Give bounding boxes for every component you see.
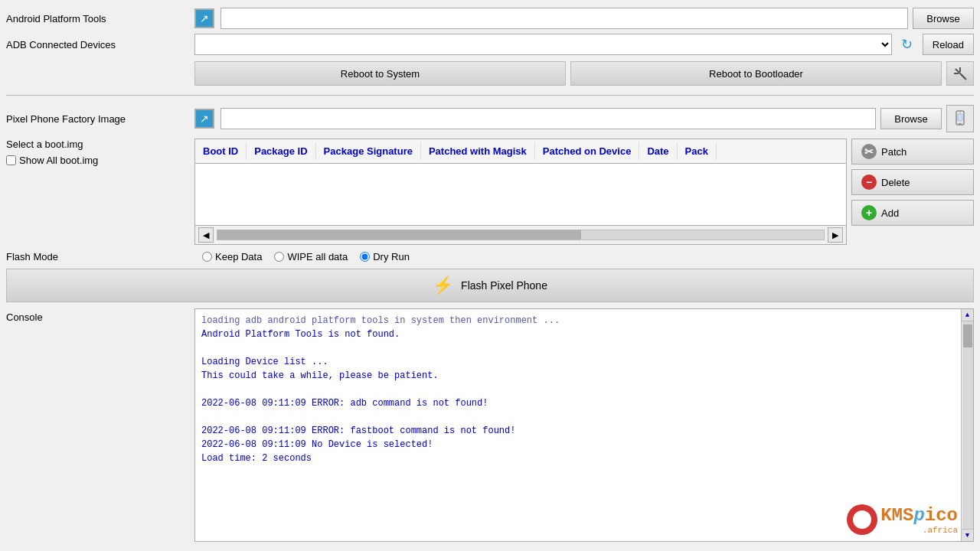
console-line: Load time: 2 seconds: [201, 452, 967, 465]
boot-table-scrollbar[interactable]: ◀ ▶: [195, 225, 846, 244]
console-line: loading adb android platform tools in sy…: [201, 314, 967, 328]
select-boot-label: Select a boot.img: [6, 139, 190, 150]
radio-keep-data[interactable]: Keep Data: [202, 251, 262, 262]
radio-keep-data-input[interactable]: [202, 252, 212, 262]
boot-table-container: Boot ID Package ID Package Signature Pat…: [194, 139, 847, 245]
flash-pixel-phone-button[interactable]: ⚡ Flash Pixel Phone: [6, 269, 974, 302]
radio-wipe-all-input[interactable]: [274, 252, 284, 262]
console-line: 2022-06-08 09:11:09 No Device is selecte…: [201, 438, 967, 452]
adb-devices-dropdown[interactable]: [194, 34, 892, 55]
col-package-sig: Package Signature: [316, 142, 421, 160]
svg-rect-5: [959, 123, 962, 125]
console-scrollbar: ▲ ▼: [961, 309, 973, 541]
console-scroll-up[interactable]: ▲: [962, 309, 974, 321]
adb-tools-input[interactable]: [220, 8, 908, 29]
show-all-boot-label: Show All boot.img: [19, 155, 98, 166]
tools-icon: [952, 66, 968, 81]
console-scroll-down[interactable]: ▼: [962, 529, 974, 541]
factory-image-label: Pixel Phone Factory Image: [6, 113, 190, 125]
radio-dry-run-label: Dry Run: [373, 251, 410, 262]
console-scroll-track[interactable]: [962, 321, 973, 529]
extra-icon-button[interactable]: [946, 61, 974, 86]
add-icon: +: [861, 205, 877, 220]
scroll-left-arrow[interactable]: ◀: [198, 227, 214, 243]
boot-table-body: [195, 164, 846, 225]
patch-button[interactable]: ✂ Patch: [851, 139, 974, 165]
svg-rect-7: [958, 114, 962, 121]
boot-action-buttons: ✂ Patch − Delete + Add: [851, 139, 974, 245]
watermark: KMSpico .africa: [847, 504, 958, 535]
watermark-kms-text: KMS: [880, 505, 913, 526]
boot-table-header: Boot ID Package ID Package Signature Pat…: [195, 139, 846, 164]
radio-wipe-all[interactable]: WIPE all data: [274, 251, 348, 262]
add-button[interactable]: + Add: [851, 200, 974, 226]
console-scroll-thumb: [963, 324, 972, 347]
col-pack: Pack: [678, 142, 717, 160]
console-line-blank: [201, 383, 967, 396]
reload-icon[interactable]: ↻: [897, 34, 918, 55]
reload-button[interactable]: Reload: [923, 34, 974, 55]
add-label: Add: [881, 207, 899, 219]
factory-image-extra-icon[interactable]: [946, 105, 974, 132]
col-boot-id: Boot ID: [195, 142, 247, 160]
scroll-right-arrow[interactable]: ▶: [828, 227, 843, 243]
delete-label: Delete: [881, 177, 910, 188]
delete-button[interactable]: − Delete: [851, 169, 974, 195]
scroll-thumb: [217, 230, 581, 240]
reboot-bootloader-button[interactable]: Reboot to Bootloader: [570, 61, 942, 86]
section-divider: [6, 95, 974, 96]
watermark-africa-text: .africa: [880, 526, 958, 535]
console-line-blank: [201, 341, 967, 355]
flash-mode-label: Flash Mode: [6, 251, 190, 262]
adb-tools-browse-button[interactable]: Browse: [913, 8, 974, 29]
console-container: loading adb android platform tools in sy…: [194, 308, 974, 542]
watermark-p-text: p: [913, 505, 924, 526]
patch-label: Patch: [881, 146, 906, 158]
console-line: Loading Device list ...: [201, 355, 967, 369]
delete-icon: −: [861, 174, 877, 190]
flash-button-label: Flash Pixel Phone: [461, 279, 547, 292]
svg-line-3: [962, 75, 966, 80]
reboot-system-button[interactable]: Reboot to System: [194, 61, 566, 86]
adb-devices-label: ADB Connected Devices: [6, 39, 190, 51]
android-platform-tools-label: Android Platform Tools: [6, 13, 190, 24]
factory-image-input[interactable]: [220, 108, 876, 129]
console-label: Console: [6, 308, 190, 542]
console-line: Android Platform Tools is not found.: [201, 328, 967, 341]
patch-icon: ✂: [861, 144, 877, 159]
watermark-logo-circle: [847, 504, 877, 535]
radio-dry-run-input[interactable]: [360, 252, 370, 262]
col-patched-device: Patched on Device: [535, 142, 640, 160]
console-line-blank: [201, 410, 967, 424]
adb-tools-launch-icon[interactable]: ↗: [194, 8, 214, 28]
pixel-phone-icon: [951, 109, 969, 128]
col-package-id: Package ID: [247, 142, 315, 160]
svg-point-6: [959, 112, 960, 112]
reload-label: Reload: [933, 39, 964, 51]
radio-keep-data-label: Keep Data: [215, 251, 262, 262]
radio-dry-run[interactable]: Dry Run: [360, 251, 410, 262]
show-all-boot-checkbox[interactable]: [6, 155, 16, 165]
console-line: 2022-06-08 09:11:09 ERROR: adb command i…: [201, 396, 967, 410]
watermark-logo-inner: [853, 510, 871, 529]
factory-image-browse-button[interactable]: Browse: [880, 108, 942, 129]
scroll-track[interactable]: [217, 230, 825, 240]
col-patched-magisk: Patched with Magisk: [421, 142, 535, 160]
factory-image-launch-icon[interactable]: ↗: [194, 109, 214, 129]
console-line: This could take a while, please be patie…: [201, 369, 967, 383]
console-line: 2022-06-08 09:11:09 ERROR: fastboot comm…: [201, 424, 967, 438]
flash-lightning-icon: ⚡: [433, 276, 453, 295]
radio-wipe-all-label: WIPE all data: [287, 251, 348, 262]
col-date: Date: [639, 142, 677, 160]
watermark-ico-text: ico: [925, 505, 958, 526]
